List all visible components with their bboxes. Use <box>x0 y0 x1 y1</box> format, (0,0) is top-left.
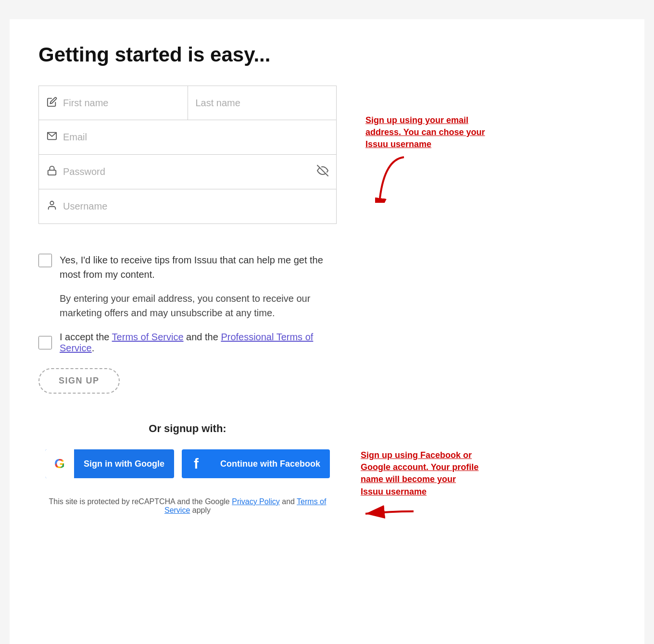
edit-icon <box>47 97 57 110</box>
privacy-policy-link[interactable]: Privacy Policy <box>232 497 280 506</box>
svg-point-3 <box>50 201 53 205</box>
email-input[interactable] <box>63 132 328 143</box>
annotation-social: Sign up using Facebook or Google account… <box>361 449 481 528</box>
annotation-social-text: Sign up using Facebook or Google account… <box>361 450 478 496</box>
recaptcha-section: This site is protected by reCAPTCHA and … <box>38 497 337 515</box>
facebook-icon-box: f <box>182 449 211 478</box>
annotation-arrow-left <box>361 502 481 528</box>
signup-form: Sign up using your email address. You ca… <box>38 86 337 224</box>
annotation-email-text: Sign up using your email address. You ca… <box>365 115 485 149</box>
terms-checkbox[interactable] <box>38 336 52 349</box>
svg-rect-1 <box>48 170 56 175</box>
first-name-wrapper <box>38 86 188 120</box>
lock-icon <box>47 165 57 178</box>
password-wrapper <box>38 155 337 189</box>
facebook-button-label: Continue with Facebook <box>211 459 330 469</box>
facebook-continue-button[interactable]: f Continue with Facebook <box>182 449 330 478</box>
name-row <box>38 86 337 120</box>
page-wrapper: Getting started is easy... <box>10 19 644 644</box>
page-title: Getting started is easy... <box>38 43 616 66</box>
password-input[interactable] <box>63 166 328 177</box>
social-buttons: G Sign in with Google f Continue with Fa… <box>38 449 337 478</box>
google-signin-button[interactable]: G Sign in with Google <box>45 449 174 478</box>
recaptcha-text: This site is protected by reCAPTCHA and … <box>38 497 337 515</box>
email-icon <box>47 131 57 144</box>
first-name-input[interactable] <box>63 98 180 109</box>
terms-of-service-link[interactable]: Terms of Service <box>112 332 184 342</box>
google-icon-box: G <box>45 449 74 478</box>
last-name-wrapper <box>188 86 337 120</box>
newsletter-checkbox[interactable] <box>38 254 52 267</box>
terms-label: I accept the Terms of Service and the Pr… <box>60 332 337 354</box>
annotation-email: Sign up using your email address. You ca… <box>365 114 490 203</box>
terms-prefix: I accept the <box>60 332 112 342</box>
terms-suffix: . <box>92 343 95 353</box>
recaptcha-prefix: This site is protected by reCAPTCHA and … <box>49 497 232 506</box>
terms-checkbox-row: I accept the Terms of Service and the Pr… <box>38 332 337 354</box>
or-section: Or signup with: <box>38 422 337 435</box>
terms-middle: and the <box>184 332 221 342</box>
facebook-icon: f <box>194 456 199 472</box>
recaptcha-apply: apply <box>190 506 211 514</box>
recaptcha-and: and <box>280 497 297 506</box>
username-wrapper <box>38 189 337 224</box>
google-icon: G <box>54 456 65 471</box>
marketing-text: By entering your email address, you cons… <box>60 291 337 320</box>
show-password-icon[interactable] <box>317 165 328 179</box>
last-name-input[interactable] <box>196 98 329 109</box>
username-input[interactable] <box>63 201 328 212</box>
or-text: Or signup with: <box>38 422 337 435</box>
user-icon <box>47 200 57 213</box>
newsletter-label: Yes, I'd like to receive tips from Issuu… <box>60 253 337 282</box>
checkbox-section: Yes, I'd like to receive tips from Issuu… <box>38 253 337 422</box>
email-wrapper <box>38 120 337 155</box>
google-button-label: Sign in with Google <box>74 459 174 469</box>
signup-button[interactable]: SIGN UP <box>38 368 120 394</box>
annotation-arrow-down <box>375 155 414 203</box>
newsletter-checkbox-row: Yes, I'd like to receive tips from Issuu… <box>38 253 337 282</box>
